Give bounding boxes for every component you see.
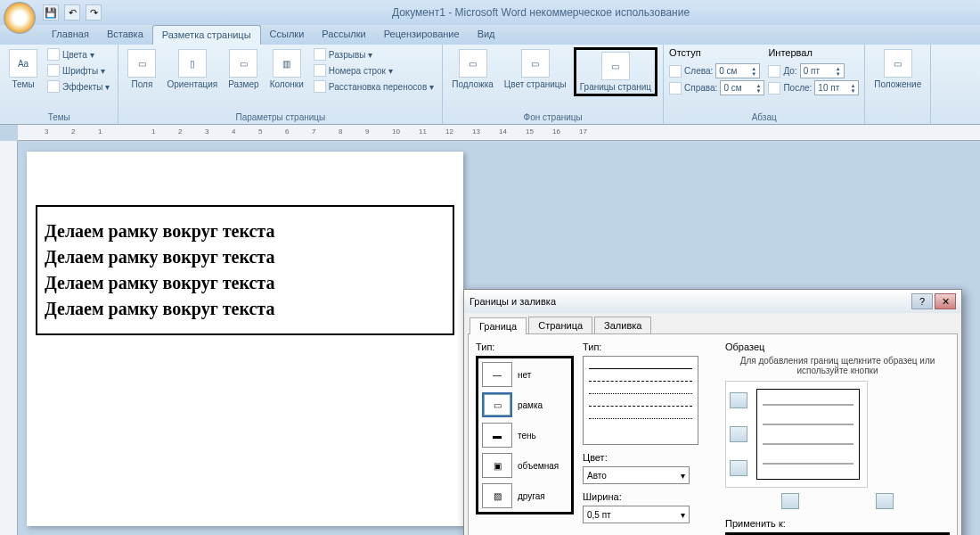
hyphen-icon	[314, 80, 326, 93]
type-3d-icon: ▣	[482, 453, 512, 478]
document-page[interactable]: Делаем рамку вокруг текста Делаем рамку …	[27, 152, 463, 526]
dialog-tab-page[interactable]: Страница	[528, 317, 592, 333]
doc-line-3[interactable]: Делаем рамку вокруг текста	[45, 273, 445, 293]
color-label: Цвет:	[583, 452, 716, 463]
color-combo[interactable]: Авто▾	[583, 466, 690, 484]
vertical-ruler[interactable]	[0, 141, 18, 535]
tab-page-layout[interactable]: Разметка страницы	[152, 25, 261, 45]
dialog-title-bar[interactable]: Границы и заливка ? ✕	[464, 290, 961, 313]
spinner-icon[interactable]: ▲▼	[836, 66, 841, 77]
save-button[interactable]: 💾	[43, 4, 59, 21]
type-shadow[interactable]: ▬тень	[482, 423, 568, 448]
indent-left-input[interactable]: 0 см▲▼	[715, 63, 760, 78]
page-color-label: Цвет страницы	[504, 79, 567, 89]
spacing-after-input[interactable]: 10 пт▲▼	[814, 80, 859, 95]
tab-review[interactable]: Рецензирование	[375, 25, 469, 45]
dialog-body: Тип: —нет ▭рамка ▬тень ▣объемная ▨другая…	[468, 333, 958, 535]
type-shadow-label: тень	[518, 431, 536, 440]
indent-right-label: Справа:	[684, 83, 717, 93]
hyphen-label: Расстановка переносов	[329, 82, 427, 92]
breaks-button[interactable]: Разрывы ▾	[311, 47, 437, 62]
tab-view[interactable]: Вид	[469, 25, 504, 45]
indent-right-value: 0 см	[723, 83, 741, 93]
border-bottom-toggle[interactable]	[730, 460, 747, 476]
type-list: —нет ▭рамка ▬тень ▣объемная ▨другая	[476, 356, 574, 514]
position-label: Положение	[874, 79, 921, 89]
dialog-tab-border[interactable]: Граница	[470, 317, 527, 334]
columns-button[interactable]: ▥Колонки	[266, 47, 307, 91]
style-label: Тип:	[583, 342, 716, 352]
breaks-label: Разрывы	[329, 50, 366, 60]
position-button[interactable]: ▭Положение	[870, 47, 925, 91]
group-arrange-label	[870, 121, 925, 123]
type-box-icon: ▭	[482, 392, 512, 417]
type-box[interactable]: ▭рамка	[482, 392, 568, 417]
position-icon: ▭	[884, 49, 912, 78]
effects-button[interactable]: Эффекты ▾	[45, 79, 112, 94]
width-combo[interactable]: 0,5 пт▾	[583, 506, 690, 523]
border-left-toggle[interactable]	[781, 493, 799, 509]
lineno-icon	[314, 64, 326, 77]
page-color-button[interactable]: ▭Цвет страницы	[501, 47, 570, 91]
doc-line-1[interactable]: Делаем рамку вокруг текста	[45, 221, 445, 242]
ribbon: Aa Темы Цвета ▾ Шрифты ▾ Эффекты ▾ Темы …	[0, 45, 980, 125]
dialog-tab-fill[interactable]: Заливка	[594, 317, 651, 333]
preview-sample[interactable]	[756, 389, 860, 480]
horizontal-ruler[interactable]: 321 123 456 789 101112 131415 1617	[18, 125, 980, 141]
border-right-toggle[interactable]	[876, 493, 894, 509]
lineno-label: Номера строк	[329, 66, 386, 76]
indent-right-input[interactable]: 0 см▲▼	[720, 80, 764, 95]
group-themes-label: Темы	[5, 111, 112, 123]
size-button[interactable]: ▭Размер	[225, 47, 262, 91]
indent-left-label: Слева:	[684, 66, 713, 76]
indent-right-icon	[669, 82, 682, 95]
effects-icon	[47, 80, 60, 93]
type-3d-label: объемная	[518, 461, 559, 471]
effects-label: Эффекты	[62, 82, 102, 92]
hyphenation-button[interactable]: Расстановка переносов ▾	[311, 79, 437, 94]
doc-line-4[interactable]: Делаем рамку вокруг текста	[45, 299, 445, 319]
redo-button[interactable]: ↷	[86, 4, 102, 21]
border-top-toggle[interactable]	[730, 392, 747, 408]
tab-insert[interactable]: Вставка	[98, 25, 152, 45]
type-custom-icon: ▨	[482, 483, 512, 508]
orientation-icon: ▯	[178, 49, 207, 78]
style-listbox[interactable]	[583, 356, 698, 445]
margins-button[interactable]: ▭Поля	[124, 47, 159, 91]
watermark-label: Подложка	[452, 79, 494, 89]
type-custom[interactable]: ▨другая	[482, 483, 568, 508]
watermark-button[interactable]: ▭Подложка	[448, 47, 497, 91]
breaks-icon	[314, 48, 326, 61]
doc-line-2[interactable]: Делаем рамку вокруг текста	[45, 247, 445, 268]
spacing-before-input[interactable]: 0 пт▲▼	[800, 63, 845, 78]
spinner-icon[interactable]: ▲▼	[751, 66, 756, 77]
type-label: Тип:	[476, 342, 574, 352]
spacing-after-icon	[768, 82, 780, 95]
themes-icon: Aa	[9, 49, 37, 78]
page-borders-label: Границы страниц	[580, 82, 651, 92]
fonts-button[interactable]: Шрифты ▾	[45, 63, 112, 78]
tab-mailings[interactable]: Рассылки	[313, 25, 374, 45]
office-button[interactable]	[4, 2, 36, 34]
type-none[interactable]: —нет	[482, 362, 568, 387]
ribbon-tabs: Главная Вставка Разметка страницы Ссылки…	[0, 25, 980, 45]
spinner-icon[interactable]: ▲▼	[850, 83, 855, 94]
preview-box	[725, 381, 868, 488]
group-page-setup-label: Параметры страницы	[124, 111, 437, 123]
dialog-close-button[interactable]: ✕	[935, 293, 956, 309]
themes-label: Темы	[12, 79, 34, 89]
themes-button[interactable]: Aa Темы	[5, 47, 41, 91]
colors-button[interactable]: Цвета ▾	[45, 47, 112, 62]
dialog-help-button[interactable]: ?	[911, 293, 933, 309]
tab-home[interactable]: Главная	[43, 25, 98, 45]
type-shadow-icon: ▬	[482, 423, 512, 448]
page-borders-button[interactable]: ▭Границы страниц	[574, 47, 657, 96]
group-paragraph-label: Абзац	[669, 111, 859, 123]
undo-button[interactable]: ↶	[64, 4, 80, 21]
border-middle-toggle[interactable]	[730, 426, 747, 442]
spinner-icon[interactable]: ▲▼	[755, 83, 761, 94]
type-3d[interactable]: ▣объемная	[482, 453, 568, 478]
orientation-button[interactable]: ▯Ориентация	[163, 47, 221, 91]
tab-references[interactable]: Ссылки	[261, 25, 314, 45]
line-numbers-button[interactable]: Номера строк ▾	[311, 63, 437, 78]
